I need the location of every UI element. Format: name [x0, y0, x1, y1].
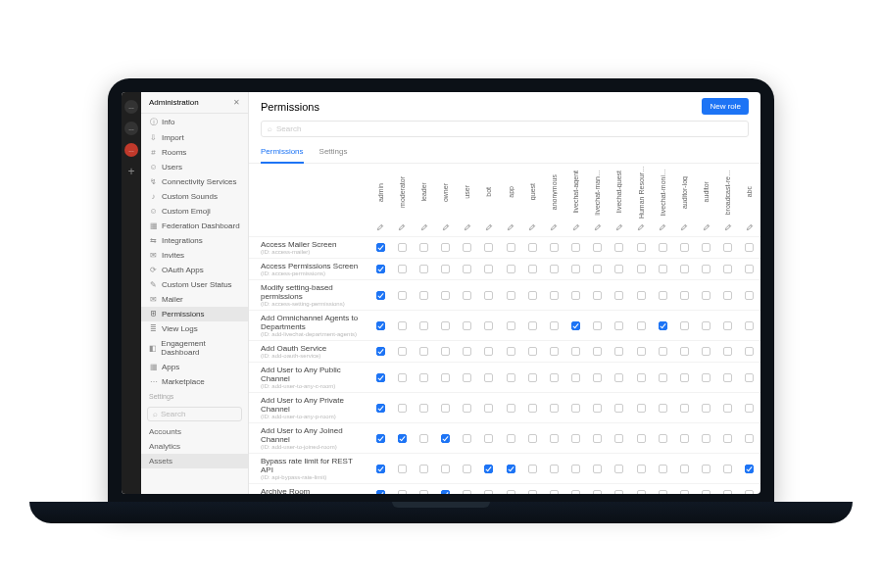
tab-settings[interactable]: Settings	[319, 143, 348, 163]
permission-checkbox[interactable]	[435, 341, 457, 363]
permission-checkbox[interactable]	[609, 341, 630, 363]
permission-checkbox[interactable]	[521, 363, 543, 393]
add-workspace-button[interactable]: +	[127, 165, 134, 178]
permission-checkbox[interactable]	[717, 280, 739, 311]
permission-checkbox[interactable]	[695, 363, 716, 393]
permission-checkbox[interactable]	[543, 341, 564, 363]
permission-checkbox[interactable]	[543, 280, 564, 311]
permission-checkbox[interactable]	[369, 237, 391, 259]
permission-checkbox[interactable]	[630, 311, 652, 341]
permission-checkbox[interactable]	[500, 393, 521, 423]
permission-checkbox[interactable]	[413, 280, 434, 311]
permission-checkbox[interactable]	[391, 237, 413, 259]
workspace-bubble[interactable]: …	[124, 122, 138, 135]
permission-checkbox[interactable]	[369, 280, 391, 311]
permission-checkbox[interactable]	[521, 259, 543, 280]
permission-checkbox[interactable]	[369, 259, 391, 280]
edit-role-icon[interactable]	[673, 222, 695, 237]
permission-checkbox[interactable]	[369, 484, 391, 494]
permission-checkbox[interactable]	[565, 363, 587, 393]
permission-checkbox[interactable]	[587, 393, 609, 423]
permission-checkbox[interactable]	[565, 259, 587, 280]
permission-checkbox[interactable]	[457, 280, 478, 311]
permission-checkbox[interactable]	[565, 311, 587, 341]
permission-checkbox[interactable]	[652, 363, 673, 393]
sidebar-item-connectivity-services[interactable]: ↯Connectivity Services	[141, 174, 248, 189]
tab-permissions[interactable]: Permissions	[261, 143, 304, 164]
sidebar-item-apps[interactable]: ▦Apps	[141, 360, 248, 374]
permission-checkbox[interactable]	[695, 237, 716, 259]
sidebar-item-custom-sounds[interactable]: ♪Custom Sounds	[141, 189, 248, 204]
permission-checkbox[interactable]	[435, 280, 457, 311]
permission-checkbox[interactable]	[435, 237, 457, 259]
permission-checkbox[interactable]	[500, 280, 521, 311]
permission-checkbox[interactable]	[435, 311, 457, 341]
sidebar-item-custom-emoji[interactable]: ☺Custom Emoji	[141, 204, 248, 219]
permission-checkbox[interactable]	[500, 454, 521, 484]
permission-checkbox[interactable]	[369, 393, 391, 423]
permission-checkbox[interactable]	[717, 423, 739, 454]
permission-checkbox[interactable]	[457, 341, 478, 363]
edit-role-icon[interactable]	[478, 222, 500, 237]
permission-checkbox[interactable]	[413, 259, 434, 280]
permission-checkbox[interactable]	[521, 237, 543, 259]
permission-checkbox[interactable]	[457, 237, 478, 259]
permission-checkbox[interactable]	[521, 454, 543, 484]
permission-checkbox[interactable]	[521, 393, 543, 423]
permission-checkbox[interactable]	[369, 454, 391, 484]
permission-checkbox[interactable]	[673, 484, 695, 494]
sidebar-item-engagement-dashboard[interactable]: ◧Engagement Dashboard	[141, 336, 248, 360]
permission-checkbox[interactable]	[717, 454, 739, 484]
permission-checkbox[interactable]	[652, 454, 673, 484]
edit-role-icon[interactable]	[543, 222, 564, 237]
permission-checkbox[interactable]	[739, 454, 760, 484]
permission-checkbox[interactable]	[673, 237, 695, 259]
permission-checkbox[interactable]	[478, 363, 500, 393]
edit-role-icon[interactable]	[587, 222, 609, 237]
permission-checkbox[interactable]	[543, 393, 564, 423]
permission-checkbox[interactable]	[543, 484, 564, 494]
permission-checkbox[interactable]	[630, 237, 652, 259]
permission-checkbox[interactable]	[739, 484, 760, 494]
permission-checkbox[interactable]	[543, 363, 564, 393]
permission-checkbox[interactable]	[435, 423, 457, 454]
permission-checkbox[interactable]	[413, 311, 434, 341]
permission-checkbox[interactable]	[413, 363, 434, 393]
permission-checkbox[interactable]	[587, 237, 609, 259]
edit-role-icon[interactable]	[521, 222, 543, 237]
permission-checkbox[interactable]	[609, 311, 630, 341]
edit-role-icon[interactable]	[695, 222, 716, 237]
permission-checkbox[interactable]	[413, 341, 434, 363]
edit-role-icon[interactable]	[652, 222, 673, 237]
permission-checkbox[interactable]	[609, 393, 630, 423]
permission-checkbox[interactable]	[478, 393, 500, 423]
permission-checkbox[interactable]	[630, 259, 652, 280]
permission-checkbox[interactable]	[413, 423, 434, 454]
permission-checkbox[interactable]	[652, 341, 673, 363]
sidebar-item-custom-user-status[interactable]: ✎Custom User Status	[141, 277, 248, 292]
sidebar-item-invites[interactable]: ✉Invites	[141, 248, 248, 263]
permission-checkbox[interactable]	[543, 237, 564, 259]
permission-checkbox[interactable]	[369, 341, 391, 363]
sidebar-item-integrations[interactable]: ⇆Integrations	[141, 233, 248, 248]
sidebar-item-import[interactable]: ⇩Import	[141, 130, 248, 145]
permission-checkbox[interactable]	[630, 280, 652, 311]
permission-checkbox[interactable]	[521, 484, 543, 494]
permission-checkbox[interactable]	[739, 237, 760, 259]
sidebar-item-mailer[interactable]: ✉Mailer	[141, 292, 248, 307]
permission-checkbox[interactable]	[739, 259, 760, 280]
permission-checkbox[interactable]	[695, 259, 716, 280]
sidebar-item-marketplace[interactable]: ⋯Marketplace	[141, 374, 248, 389]
permission-checkbox[interactable]	[652, 393, 673, 423]
permission-checkbox[interactable]	[609, 280, 630, 311]
permission-checkbox[interactable]	[695, 454, 716, 484]
sidebar-item-oauth-apps[interactable]: ⟳OAuth Apps	[141, 263, 248, 277]
permission-checkbox[interactable]	[652, 237, 673, 259]
permission-checkbox[interactable]	[478, 280, 500, 311]
permission-checkbox[interactable]	[717, 311, 739, 341]
permission-checkbox[interactable]	[391, 341, 413, 363]
permission-checkbox[interactable]	[739, 363, 760, 393]
permission-checkbox[interactable]	[543, 259, 564, 280]
permission-checkbox[interactable]	[500, 363, 521, 393]
permission-checkbox[interactable]	[630, 484, 652, 494]
